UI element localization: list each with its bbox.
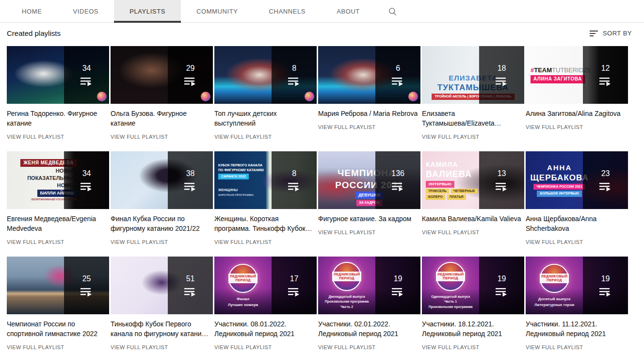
playlist-thumbnail[interactable]: 51 [111,257,213,314]
playlist-card: КУБОК ПЕРВОГО КАНАЛАПО ФИГУРНОМУ КАТАНИЮ… [214,151,317,257]
playlist-thumbnail[interactable]: ЧЕМПИОНАТРОССИИ 2021ДЕВУШКИЗА КАДРОМ 136 [318,151,420,209]
playlist-title[interactable]: Чемпионат России по спортивной гимнастик… [7,319,109,339]
playlist-thumbnail[interactable]: ЛЕДНИКОВЫЙПЕРИОДОдиннадцатый выпускЧасть… [422,257,524,314]
lednikovy-period-logo: ЛЕДНИКОВЫЙПЕРИОД [228,264,258,293]
view-full-playlist-link[interactable]: VIEW FULL PLAYLIST [318,344,420,350]
playlist-thumbnail[interactable]: ЛЕДНИКОВЫЙПЕРИОДДесятый выпускЛитературн… [526,257,628,314]
playlist-title[interactable]: Мария Реброва / Maria Rebrova [318,109,420,118]
playlist-thumbnail[interactable]: КАМИЛАВАЛИЕВАИНТЕРВЬЮТРИКСЕЛЬЧЕТВЕРНЫЕБО… [422,151,524,209]
video-count: 13 [498,169,506,178]
tab-about[interactable]: ABOUT [321,0,375,22]
playlist-thumbnail[interactable]: 29 [111,46,213,104]
video-count: 23 [601,169,610,178]
lednikovy-period-logo: ЛЕДНИКОВЫЙПЕРИОД [540,264,569,293]
view-full-playlist-link[interactable]: VIEW FULL PLAYLIST [526,239,628,245]
playlist-thumbnail[interactable]: 6 [318,46,420,104]
playlist-title[interactable]: Ольга Бузова. Фигурное катание [111,109,213,128]
playlist-title[interactable]: Регина Тодоренко. Фигурное катание [7,109,109,128]
view-full-playlist-link[interactable]: VIEW FULL PLAYLIST [111,344,213,350]
playlist-title[interactable]: Анна Щербакова/Anna Shcherbakova [526,214,628,233]
playlist-title[interactable]: Тинькофф Кубок Первого канала по фигурно… [111,319,213,339]
lednikovy-period-logo: ЛЕДНИКОВЫЙПЕРИОД [332,262,361,291]
playlist-title[interactable]: Финал Кубка России по фигурному катанию … [111,214,213,233]
playlist-title[interactable]: Участники. 02.01.2022. Ледниковый период… [318,319,420,339]
view-full-playlist-link[interactable]: VIEW FULL PLAYLIST [526,344,628,350]
sort-by-button[interactable]: SORT BY [590,30,632,37]
video-count: 18 [498,64,506,73]
playlist-icon [288,182,300,192]
view-full-playlist-link[interactable]: VIEW FULL PLAYLIST [214,239,317,245]
playlist-title[interactable]: Камила Валиева/Kamila Valieva [422,214,524,224]
playlist-thumbnail[interactable]: ЛЕДНИКОВЫЙПЕРИОДДвенадцатый выпускПроизв… [318,257,420,314]
channel-search-button[interactable] [375,0,410,22]
thumbnail-art: ЛЕДНИКОВЫЙПЕРИОДОдиннадцатый выпускЧасть… [422,257,479,314]
playlist-card: #TEAMTUTBERIDZEАЛИНА ЗАГИТОВА 12 Алина З… [526,46,628,151]
view-full-playlist-link[interactable]: VIEW FULL PLAYLIST [526,124,628,130]
tab-playlists[interactable]: PLAYLISTS [114,0,181,22]
playlist-title[interactable]: Топ лучших детских выступлений [214,109,317,128]
view-full-playlist-link[interactable]: VIEW FULL PLAYLIST [7,134,109,140]
playlist-title[interactable]: Женщины. Короткая программа. Тинькофф Ку… [214,214,317,233]
view-full-playlist-link[interactable]: VIEW FULL PLAYLIST [214,344,317,350]
playlist-title[interactable]: Евгения Медведева/Evgenia Medvedeva [7,214,109,233]
channel-watermark [201,92,210,101]
view-full-playlist-link[interactable]: VIEW FULL PLAYLIST [7,344,109,350]
playlist-card: ЛЕДНИКОВЫЙПЕРИОДДвенадцатый выпускПроизв… [318,257,420,355]
channel-tab-bar: HOMEVIDEOSPLAYLISTSCOMMUNITYCHANNELSABOU… [0,0,644,23]
playlist-thumbnail[interactable]: ЖЕНЯ МЕДВЕДЕВАНОВЫЙПОКАЗАТЕЛЬНЫЙНОМЕРБИЛ… [7,151,109,209]
playlist-count-overlay: 19 [479,257,524,314]
playlist-count-overlay: 19 [583,257,628,314]
playlist-card: ЛЕДНИКОВЫЙПЕРИОДДесятый выпускЛитературн… [526,257,628,355]
playlist-icon [599,182,612,192]
playlist-count-overlay: 25 [64,257,109,314]
video-count: 38 [186,169,195,178]
playlist-thumbnail[interactable]: КУБОК ПЕРВОГО КАНАЛАПО ФИГУРНОМУ КАТАНИЮ… [214,151,317,209]
playlists-grid: 34 Регина Тодоренко. Фигурное катание VI… [0,46,644,355]
playlist-thumbnail[interactable]: 38 [111,151,213,209]
view-full-playlist-link[interactable]: VIEW FULL PLAYLIST [111,239,213,245]
tab-videos[interactable]: VIDEOS [57,0,114,22]
playlist-card: ЕЛИЗАВЕТАТУКТАМЫШЕВАТРОЙНОЙ АКСЕЛЬ | ВЗР… [422,46,524,151]
video-count: 8 [292,169,296,178]
playlist-title[interactable]: Участники. 18.12.2021. Ледниковый период… [422,319,524,339]
tab-home[interactable]: HOME [6,0,57,22]
playlist-card: 51 Тинькофф Кубок Первого канала по фигу… [111,257,213,355]
playlist-thumbnail[interactable]: 8 [214,46,317,104]
playlist-title[interactable]: Елизавета Туктамышева/Elizaveta… [422,109,524,128]
view-full-playlist-link[interactable]: VIEW FULL PLAYLIST [318,124,420,130]
view-full-playlist-link[interactable]: VIEW FULL PLAYLIST [422,229,524,235]
playlist-card: КАМИЛАВАЛИЕВАИНТЕРВЬЮТРИКСЕЛЬЧЕТВЕРНЫЕБО… [422,151,524,257]
playlist-card: 34 Регина Тодоренко. Фигурное катание VI… [7,46,109,151]
view-full-playlist-link[interactable]: VIEW FULL PLAYLIST [422,134,524,140]
playlist-thumbnail[interactable]: ЕЛИЗАВЕТАТУКТАМЫШЕВАТРОЙНОЙ АКСЕЛЬ | ВЗР… [422,46,524,104]
view-full-playlist-link[interactable]: VIEW FULL PLAYLIST [214,134,317,140]
tab-community[interactable]: COMMUNITY [181,0,254,22]
playlist-thumbnail[interactable]: 34 [7,46,109,104]
playlist-count-overlay: 23 [583,151,628,209]
page-title: Created playlists [7,29,61,37]
playlist-title[interactable]: Участники. 08.01.2022. Ледниковый период… [214,319,317,339]
video-count: 17 [290,274,299,283]
video-count: 29 [186,64,195,73]
search-icon [388,7,397,16]
view-full-playlist-link[interactable]: VIEW FULL PLAYLIST [111,134,213,140]
playlist-icon [80,288,93,297]
playlist-icon [184,288,196,297]
playlist-title[interactable]: Алина Загитова/Alina Zagitova [526,109,628,118]
thumbnail-art: ЛЕДНИКОВЫЙПЕРИОДДесятый выпускЛитературн… [526,257,583,314]
playlist-thumbnail[interactable]: АННАЩЕРБАКОВАЧЕМПИОНКА РОССИИ 2021БОЛЬШО… [526,151,628,209]
video-count: 12 [601,64,610,73]
playlist-thumbnail[interactable]: ЛЕДНИКОВЫЙПЕРИОДФиналЛучшие номера 17 [214,257,317,314]
playlist-icon [80,182,93,192]
playlist-thumbnail[interactable]: #TEAMTUTBERIDZEАЛИНА ЗАГИТОВА 12 [526,46,628,104]
video-count: 34 [82,64,91,73]
view-full-playlist-link[interactable]: VIEW FULL PLAYLIST [318,229,420,235]
tab-channels[interactable]: CHANNELS [254,0,322,22]
playlist-title[interactable]: Участники. 11.12.2021. Ледниковый период… [526,319,628,339]
playlist-icon [184,77,196,86]
view-full-playlist-link[interactable]: VIEW FULL PLAYLIST [422,344,524,350]
playlist-icon [599,288,612,297]
playlist-title[interactable]: Фигурное катание. За кадром [318,214,420,224]
view-full-playlist-link[interactable]: VIEW FULL PLAYLIST [7,239,109,245]
playlist-thumbnail[interactable]: 25 [7,257,109,314]
